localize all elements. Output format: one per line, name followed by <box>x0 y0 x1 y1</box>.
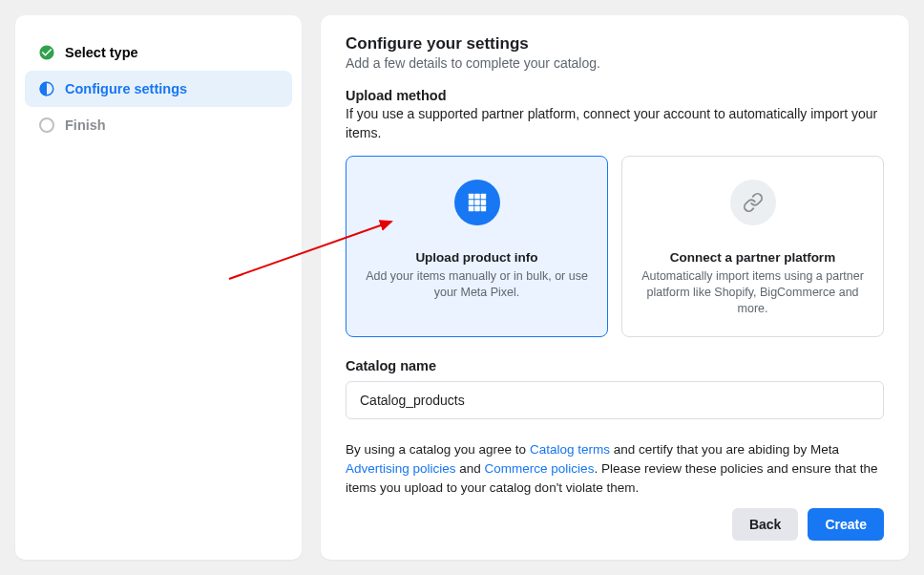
page-subtitle: Add a few details to complete your catal… <box>346 55 884 71</box>
main-panel: Configure your settings Add a few detail… <box>321 15 909 560</box>
wizard-sidebar: Select type Configure settings Finish <box>15 15 302 560</box>
link-icon <box>730 180 776 225</box>
upload-method-description: If you use a supported partner platform,… <box>346 105 884 142</box>
back-button[interactable]: Back <box>732 508 798 541</box>
step-label: Configure settings <box>65 81 187 96</box>
card-title: Upload product info <box>415 250 537 265</box>
svg-rect-9 <box>480 206 486 212</box>
card-description: Add your items manually or in bulk, or u… <box>364 268 590 301</box>
step-label: Select type <box>65 45 138 60</box>
step-select-type[interactable]: Select type <box>25 34 292 71</box>
half-circle-icon <box>38 80 55 97</box>
create-button[interactable]: Create <box>808 508 884 541</box>
step-label: Finish <box>65 117 106 133</box>
page-title: Configure your settings <box>346 34 884 53</box>
upload-method-title: Upload method <box>346 88 884 103</box>
card-connect-partner-platform[interactable]: Connect a partner platform Automatically… <box>621 156 884 337</box>
svg-rect-5 <box>474 200 480 205</box>
advertising-policies-link[interactable]: Advertising policies <box>346 461 456 476</box>
svg-rect-8 <box>474 206 480 212</box>
svg-rect-6 <box>480 200 486 205</box>
commerce-policies-link[interactable]: Commerce policies <box>485 461 595 476</box>
grid-icon <box>454 180 500 225</box>
svg-rect-2 <box>474 194 480 200</box>
catalog-terms-link[interactable]: Catalog terms <box>530 442 610 457</box>
catalog-name-label: Catalog name <box>346 358 884 373</box>
svg-rect-4 <box>468 200 473 205</box>
card-description: Automatically import items using a partn… <box>640 268 866 317</box>
card-upload-product-info[interactable]: Upload product info Add your items manua… <box>346 156 608 337</box>
circle-icon <box>38 117 55 134</box>
step-configure-settings[interactable]: Configure settings <box>25 71 292 107</box>
button-row: Back Create <box>346 508 884 541</box>
card-title: Connect a partner platform <box>670 250 835 265</box>
catalog-name-input[interactable] <box>346 381 884 419</box>
step-finish[interactable]: Finish <box>25 107 292 143</box>
check-icon <box>38 44 55 61</box>
upload-method-cards: Upload product info Add your items manua… <box>346 156 884 337</box>
svg-rect-3 <box>480 194 486 200</box>
terms-text: By using a catalog you agree to Catalog … <box>346 440 884 499</box>
svg-rect-7 <box>468 206 473 212</box>
svg-rect-1 <box>468 194 473 200</box>
